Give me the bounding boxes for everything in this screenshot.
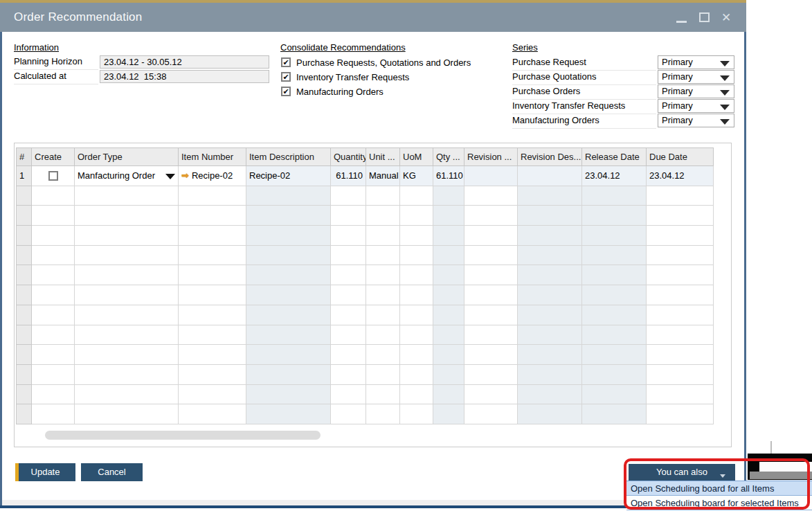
calculated-at-field[interactable]: 23.04.12 15:38 [100, 70, 269, 83]
column-header-0[interactable]: # [17, 148, 32, 166]
table-row: 1Manfacturing Order➡Recipe-02Recipe-0261… [17, 166, 714, 186]
series-purchase-request-dropdown[interactable]: Primary [658, 55, 734, 69]
table-cell [331, 364, 366, 384]
column-header-12[interactable]: Due Date [647, 148, 714, 166]
menu-item-open-scheduling-all[interactable]: Open Scheduling board for all Items [626, 481, 812, 496]
dropdown-value: Primary [662, 100, 693, 111]
order-type-cell[interactable]: Manfacturing Order [75, 166, 179, 186]
dropdown-value: Primary [662, 115, 693, 125]
background-window-fragment-strip [759, 462, 812, 472]
table-row-empty [17, 265, 714, 285]
table-cell [647, 186, 714, 206]
you-can-also-button[interactable]: You can also [629, 464, 735, 481]
create-checkbox-cell[interactable] [32, 166, 75, 186]
table-cell [433, 245, 464, 265]
table-cell [464, 404, 518, 424]
column-header-8[interactable]: Qty ... [433, 148, 464, 166]
table-cell [582, 206, 647, 226]
window-title: Order Recommendation [14, 10, 142, 24]
table-cell [246, 186, 331, 206]
series-manufacturing-orders-dropdown[interactable]: Primary [658, 114, 734, 127]
table-row-empty [17, 305, 714, 325]
table-cell [75, 186, 179, 206]
table-cell [179, 305, 246, 325]
table-cell [464, 305, 518, 325]
series-purchase-orders-dropdown[interactable]: Primary [658, 84, 734, 98]
chevron-down-icon[interactable] [165, 174, 175, 179]
row-number-cell [17, 325, 32, 345]
row-number-cell [17, 345, 32, 365]
table-cell [582, 404, 647, 424]
table-cell [518, 265, 582, 285]
table-cell [179, 206, 246, 226]
item-number-cell[interactable]: ➡Recipe-02 [179, 166, 246, 186]
cancel-button[interactable]: Cancel [81, 463, 143, 481]
table-cell [433, 265, 464, 285]
chevron-down-icon [720, 90, 730, 96]
table-cell [246, 384, 331, 404]
column-header-4[interactable]: Item Description [246, 148, 331, 166]
table-cell [400, 245, 433, 265]
column-header-9[interactable]: Revision ... [464, 148, 518, 166]
table-cell [246, 285, 331, 305]
column-header-6[interactable]: Unit ... [366, 148, 400, 166]
table-cell [518, 245, 582, 265]
minimize-button[interactable] [674, 11, 689, 25]
table-cell [582, 285, 647, 305]
row-number-cell [17, 186, 32, 206]
table-cell [179, 404, 246, 424]
series-inventory-transfer-dropdown[interactable]: Primary [658, 99, 734, 113]
column-header-3[interactable]: Item Number [179, 148, 246, 166]
series-purchase-quotations-dropdown[interactable]: Primary [658, 70, 734, 84]
update-button[interactable]: Update [15, 463, 75, 481]
table-cell [75, 345, 179, 365]
close-button[interactable]: ✕ [721, 11, 736, 25]
table-cell [464, 364, 518, 384]
window-titlebar[interactable]: Order Recommendation ✕ [0, 3, 746, 32]
series-manufacturing-orders-label: Manufacturing Orders [512, 115, 656, 129]
table-cell [400, 345, 433, 365]
table-cell [518, 226, 582, 246]
table-cell [433, 226, 464, 246]
menu-item-open-scheduling-selected[interactable]: Open Scheduling board for selected Items [626, 496, 812, 510]
checkbox-inventory-transfer[interactable]: ✔ [281, 72, 291, 82]
window-border-left [0, 32, 2, 505]
table-cell [366, 305, 400, 325]
table-cell [518, 305, 582, 325]
table-cell [647, 345, 714, 365]
table-cell [518, 206, 582, 226]
column-header-2[interactable]: Order Type [75, 148, 179, 166]
table-cell [518, 186, 582, 206]
column-header-10[interactable]: Revision Des... [518, 148, 582, 166]
horizontal-scrollbar[interactable] [45, 431, 321, 440]
column-header-1[interactable]: Create [32, 148, 75, 166]
table-cell: 61.110 [433, 166, 464, 186]
table-cell [518, 166, 582, 186]
checkbox-manufacturing-orders[interactable]: ✔ [281, 87, 291, 96]
table-cell [582, 364, 647, 384]
table-cell [75, 325, 179, 345]
create-checkbox[interactable] [48, 171, 58, 181]
table-cell [75, 226, 179, 246]
link-arrow-icon[interactable]: ➡ [181, 170, 189, 181]
table-cell [464, 166, 518, 186]
table-cell [246, 325, 331, 345]
checkbox-inventory-transfer-label: Inventory Transfer Requests [296, 72, 409, 82]
row-number-cell [17, 226, 32, 246]
table-cell [366, 226, 400, 246]
checkbox-purchase-requests[interactable]: ✔ [281, 57, 291, 67]
table-cell [366, 364, 400, 384]
dropdown-value: Primary [662, 57, 693, 67]
item-number-value: Recipe-02 [192, 170, 233, 181]
planning-horizon-field[interactable]: 23.04.12 - 30.05.12 [100, 55, 269, 69]
background-window-edge [770, 441, 772, 454]
table-cell [75, 206, 179, 226]
row-number-cell[interactable]: 1 [17, 166, 32, 186]
table-cell [518, 285, 582, 305]
table-cell [32, 384, 75, 404]
column-header-11[interactable]: Release Date [582, 148, 647, 166]
row-number-cell [17, 305, 32, 325]
column-header-5[interactable]: Quantity [331, 148, 366, 166]
column-header-7[interactable]: UoM [400, 148, 433, 166]
maximize-button[interactable] [697, 11, 712, 25]
